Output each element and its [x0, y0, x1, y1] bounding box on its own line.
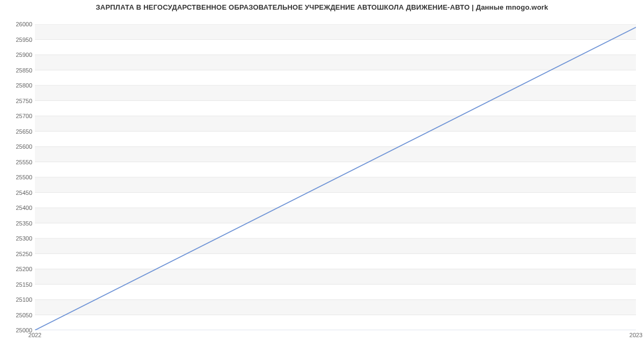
x-axis-labels: 20222023 — [35, 332, 636, 343]
y-tick-label: 25100 — [16, 296, 32, 303]
y-tick-label: 25250 — [16, 251, 32, 257]
svg-rect-8 — [35, 55, 636, 70]
svg-rect-5 — [35, 147, 636, 162]
y-axis-labels: 2500025050251002515025200252502530025350… — [0, 24, 32, 330]
y-tick-label: 25400 — [16, 205, 32, 211]
x-tick-label: 2022 — [28, 332, 41, 338]
y-tick-label: 25050 — [16, 312, 32, 318]
y-tick-label: 25600 — [16, 143, 32, 150]
svg-rect-7 — [35, 85, 636, 101]
y-tick-label: 25750 — [16, 98, 32, 104]
grid-bands — [35, 24, 636, 315]
y-tick-label: 25900 — [16, 52, 32, 58]
svg-rect-6 — [35, 116, 636, 132]
y-tick-label: 25550 — [16, 159, 32, 165]
svg-rect-2 — [35, 238, 636, 254]
y-tick-label: 25200 — [16, 266, 32, 272]
y-tick-label: 25150 — [16, 281, 32, 288]
y-tick-label: 26000 — [16, 21, 32, 27]
plot-area — [35, 24, 636, 330]
y-tick-label: 25650 — [16, 128, 32, 135]
y-tick-label: 25950 — [16, 37, 32, 43]
y-tick-label: 25850 — [16, 67, 32, 74]
y-tick-label: 25350 — [16, 220, 32, 227]
svg-rect-0 — [35, 300, 636, 315]
svg-rect-4 — [35, 177, 636, 193]
y-tick-label: 25500 — [16, 174, 32, 180]
svg-rect-1 — [35, 269, 636, 285]
chart-svg — [35, 24, 636, 330]
y-tick-label: 25700 — [16, 113, 32, 119]
y-tick-label: 25450 — [16, 190, 32, 196]
chart-container: ЗАРПЛАТА В НЕГОСУДАРСТВЕННОЕ ОБРАЗОВАТЕЛ… — [0, 0, 644, 349]
y-tick-label: 25300 — [16, 235, 32, 242]
y-tick-label: 25800 — [16, 82, 32, 89]
chart-title: ЗАРПЛАТА В НЕГОСУДАРСТВЕННОЕ ОБРАЗОВАТЕЛ… — [0, 3, 644, 11]
svg-rect-3 — [35, 208, 636, 223]
x-tick-label: 2023 — [630, 332, 642, 338]
svg-rect-9 — [35, 24, 636, 40]
